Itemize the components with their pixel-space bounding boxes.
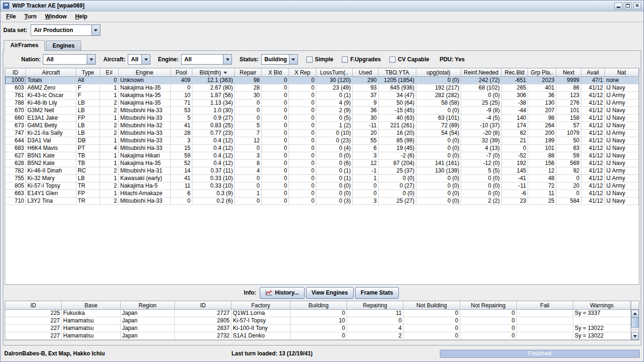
table-cell[interactable]: 86 xyxy=(556,84,581,92)
fupgrades-checkbox[interactable] xyxy=(342,57,348,63)
table-cell[interactable]: 0 xyxy=(289,137,316,145)
table-cell[interactable]: 0 xyxy=(460,332,517,340)
table-cell[interactable]: Mitsubishi Ha-33 xyxy=(119,137,171,145)
simple-checkbox-group[interactable]: Simple xyxy=(306,56,333,63)
table-cell[interactable]: Sy = 3337 xyxy=(573,310,631,317)
table-cell[interactable]: 0 xyxy=(460,317,517,325)
table-row[interactable]: 628B5N2 KateTB1Nakajima Ha-35520.4 (12)8… xyxy=(5,160,639,167)
table-cell[interactable]: 0 (3) xyxy=(316,197,353,205)
table-cell[interactable]: 40 (63) xyxy=(379,115,416,122)
simple-checkbox[interactable] xyxy=(306,57,313,63)
table-cell[interactable]: Totals xyxy=(26,77,76,84)
table-cell[interactable]: IJ Army xyxy=(605,167,639,175)
table-cell[interactable]: 41 xyxy=(171,122,192,130)
table-cell[interactable]: 0 xyxy=(262,130,289,137)
airframes-column-header[interactable]: TBO.YTA xyxy=(379,68,416,77)
table-cell[interactable]: 0 xyxy=(290,332,347,340)
table-row[interactable]: 227HamamatsuJapan2837Ki-100-II Tony0400S… xyxy=(5,325,631,332)
table-cell[interactable]: S1A1 Denko xyxy=(231,332,290,340)
table-cell[interactable]: 782 xyxy=(5,167,26,175)
table-cell[interactable]: 0 xyxy=(347,317,404,325)
airframes-column-header[interactable]: Repair xyxy=(235,68,262,77)
table-cell[interactable]: 0 xyxy=(262,197,289,205)
table-cell[interactable]: -1 xyxy=(353,167,379,175)
table-cell[interactable]: B5N1 Kate xyxy=(26,152,76,160)
chevron-down-icon[interactable] xyxy=(87,55,95,64)
table-cell[interactable]: IJ Navy xyxy=(605,84,639,92)
table-cell[interactable]: 123 xyxy=(556,92,581,99)
table-cell[interactable]: 409 xyxy=(171,77,192,84)
table-cell[interactable]: 15 xyxy=(171,145,192,152)
table-cell[interactable]: Ki-57-I Topsy xyxy=(231,317,290,325)
minimize-button[interactable] xyxy=(614,2,622,9)
table-cell[interactable]: 141 (161) xyxy=(416,160,461,167)
table-cell[interactable]: Unknown xyxy=(119,77,171,84)
table-cell[interactable]: 0 xyxy=(353,182,379,190)
table-cell[interactable]: 30 xyxy=(353,115,379,122)
table-cell[interactable]: 265 xyxy=(502,84,528,92)
table-cell[interactable]: LB xyxy=(76,107,100,115)
airframes-column-header[interactable]: Rec.Bld xyxy=(502,68,528,77)
table-cell[interactable]: Japan xyxy=(121,317,175,325)
table-cell[interactable]: 63 (101) xyxy=(416,115,461,122)
factory-column-header[interactable]: ID xyxy=(5,301,62,310)
table-cell[interactable]: 0 (0) xyxy=(416,175,461,182)
table-cell[interactable]: 5 xyxy=(171,115,192,122)
table-cell[interactable]: E13A1 Jake xyxy=(26,115,76,122)
table-row[interactable]: 225FukuokaJapan2727Q1W1 Lorna01100Sy = 3… xyxy=(5,310,631,317)
factory-column-header[interactable]: Region xyxy=(121,301,175,310)
table-cell[interactable]: LB xyxy=(76,175,100,182)
table-cell[interactable]: 227 xyxy=(5,332,62,340)
table-cell[interactable]: 0 (0) xyxy=(379,190,416,197)
table-cell[interactable]: E14Y1 Glen xyxy=(26,190,76,197)
table-cell[interactable]: 62 xyxy=(502,130,528,137)
table-cell[interactable]: 2805 xyxy=(175,317,231,325)
table-cell[interactable]: TR xyxy=(76,197,100,205)
table-cell[interactable]: Ki-57-I Topsy xyxy=(26,182,76,190)
table-cell[interactable]: 192 (217) xyxy=(416,84,461,92)
airframes-column-header[interactable]: upg(total) xyxy=(416,68,461,77)
airframes-column-header[interactable]: Reinf.Needed xyxy=(461,68,502,77)
table-cell[interactable]: 37 xyxy=(353,92,379,99)
table-cell[interactable]: 2732 xyxy=(175,332,231,340)
table-cell[interactable]: 0 xyxy=(289,84,316,92)
factory-column-header[interactable]: Warnings xyxy=(573,301,631,310)
table-cell[interactable]: 0 xyxy=(262,152,289,160)
factory-column-header[interactable]: Base xyxy=(62,301,121,310)
table-cell[interactable]: 0 xyxy=(289,182,316,190)
table-cell[interactable]: 93 xyxy=(353,84,379,92)
fupgrades-checkbox-group[interactable]: F.Upgrades xyxy=(342,56,381,63)
table-cell[interactable]: Hamamatsu xyxy=(62,332,121,340)
table-cell[interactable]: Ki-43-Ic Oscar xyxy=(26,92,76,99)
table-cell[interactable]: 0 (0) xyxy=(316,182,353,190)
table-cell[interactable]: 2837 xyxy=(175,325,231,332)
table-cell[interactable]: F xyxy=(76,84,100,92)
table-cell[interactable]: 0 xyxy=(262,84,289,92)
table-cell[interactable]: Mitsubishi Ha-31 xyxy=(119,167,171,175)
airframes-column-header[interactable]: Engine xyxy=(119,68,171,77)
table-cell[interactable]: 0 xyxy=(289,145,316,152)
airframes-column-header[interactable]: Bld(mth) xyxy=(192,68,235,77)
table-cell[interactable]: 1 xyxy=(100,115,119,122)
table-cell[interactable]: 36 xyxy=(528,92,556,99)
table-cell[interactable]: -651 xyxy=(502,77,528,84)
airframes-column-header[interactable]: ID xyxy=(5,68,26,77)
table-cell[interactable]: Ki-32 Mary xyxy=(26,175,76,182)
table-cell[interactable]: IJ Navy xyxy=(605,122,639,130)
table-cell[interactable]: Japan xyxy=(121,310,175,317)
table-cell[interactable]: 0 (0) xyxy=(461,175,502,182)
table-cell[interactable]: 10 xyxy=(171,92,192,99)
table-cell[interactable]: 41/12 xyxy=(581,137,605,145)
table-cell[interactable]: 0 xyxy=(289,99,316,107)
table-cell[interactable]: Mitsubishi Ha-33 xyxy=(119,130,171,137)
table-cell[interactable]: Kawasaki (early) xyxy=(119,175,171,182)
table-cell[interactable]: 41 xyxy=(171,175,192,182)
table-cell[interactable]: 41/12 xyxy=(581,167,605,175)
table-cell[interactable]: 221 (261) xyxy=(379,122,416,130)
table-cell[interactable]: 1 xyxy=(100,92,119,99)
table-cell[interactable]: Mitsubishi Ha-33 xyxy=(119,115,171,122)
table-cell[interactable]: 0 xyxy=(289,92,316,99)
titlebar[interactable]: WitP Tracker AE [wpae069] ✕ xyxy=(0,0,644,11)
table-cell[interactable]: 0 xyxy=(460,310,517,317)
table-cell[interactable]: 16 (20) xyxy=(379,130,416,137)
